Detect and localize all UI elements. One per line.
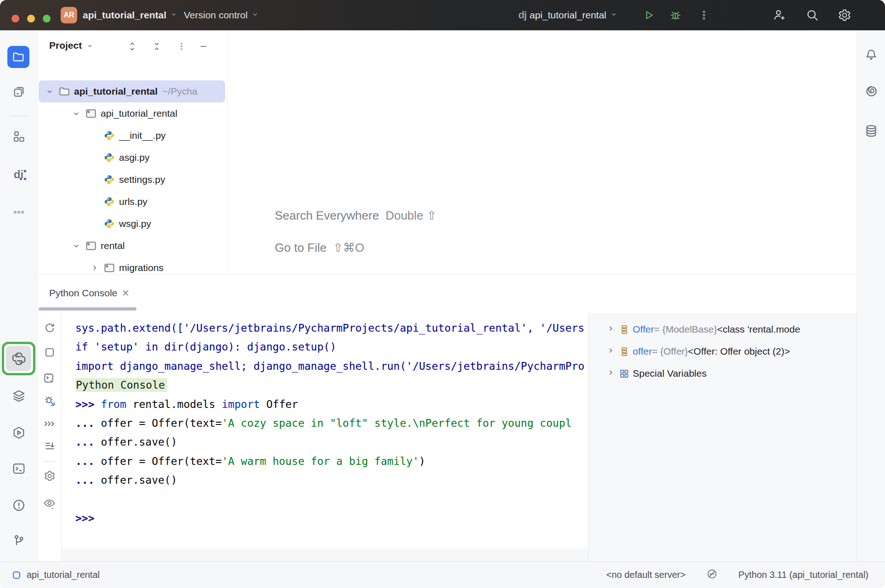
django-structure-tool-button[interactable]: di — [0, 164, 37, 185]
tree-item-label: api_tutorial_rental — [101, 108, 177, 119]
tree-item-label: urls.py — [119, 196, 148, 207]
console-line: Python Console — [75, 376, 588, 395]
tree-row[interactable]: migrations — [37, 257, 225, 274]
stop-console-button[interactable] — [37, 344, 62, 361]
version-control-tool-button[interactable] — [0, 531, 37, 551]
editor-hint-go-to-file: Go to File ⇧⌘O — [275, 241, 364, 255]
server-status-icon[interactable] — [706, 568, 718, 582]
console-output-editor[interactable]: sys.path.extend(['/Users/jetbrains/Pycha… — [62, 313, 588, 548]
tree-row[interactable]: api_tutorial_rental~/Pycha — [39, 80, 225, 102]
attach-debugger-button[interactable] — [37, 392, 62, 409]
default-server-widget[interactable]: <no default server> — [607, 570, 686, 580]
code-with-me-icon[interactable] — [770, 6, 789, 24]
project-switcher[interactable]: api_tutorial_rental — [83, 0, 178, 30]
variable-value: <Offer: Offer object (2)> — [688, 346, 790, 357]
variable-name: Special Variables — [633, 368, 707, 379]
chevron-right-icon[interactable] — [606, 368, 619, 379]
problems-tool-button[interactable] — [0, 495, 37, 515]
tree-item-label: rental — [101, 240, 125, 251]
python-console-tool-button[interactable] — [6, 346, 31, 371]
run-configuration-widget[interactable]: dj api_tutorial_rental — [518, 0, 618, 30]
project-tool-button[interactable] — [7, 46, 29, 68]
python-icon — [11, 351, 27, 367]
minimize-window-button[interactable] — [27, 15, 35, 23]
chevron-right-icon[interactable] — [606, 346, 619, 357]
rerun-console-button[interactable] — [37, 319, 62, 336]
left-tool-stripe: di — [0, 30, 37, 561]
terminal-tool-button[interactable] — [0, 458, 37, 479]
console-settings-button[interactable] — [37, 468, 62, 484]
tree-row[interactable]: __init__.py — [37, 124, 225, 147]
execute-in-console-button[interactable] — [37, 370, 62, 387]
variable-row[interactable]: offer = {Offer} <Offer: Offer object (2)… — [589, 340, 857, 362]
chevron-down-icon[interactable] — [44, 87, 56, 96]
fullscreen-window-button[interactable] — [43, 15, 51, 23]
variable-type: = {ModelBase} — [654, 324, 717, 335]
variable-row[interactable]: Offer = {ModelBase} <class 'rental.mode — [589, 318, 857, 340]
tree-item-label: api_tutorial_rental — [74, 86, 158, 97]
tree-item-path: ~/Pycha — [162, 86, 197, 97]
notifications-tool-button[interactable] — [857, 45, 885, 65]
tree-row[interactable]: rental — [37, 235, 225, 257]
close-window-button[interactable] — [11, 15, 19, 23]
structure-tool-button[interactable] — [0, 126, 37, 147]
project-panel-title-label: Project — [49, 40, 82, 51]
chevron-down-icon — [610, 10, 618, 21]
tree-row[interactable]: asgi.py — [37, 147, 225, 169]
run-services-tool-button[interactable] — [0, 423, 37, 443]
console-line: sys.path.extend(['/Users/jetbrains/Pycha… — [75, 319, 588, 338]
panel-options-menu[interactable] — [174, 39, 189, 54]
collapse-all-button[interactable] — [149, 39, 165, 54]
database-tool-button[interactable] — [857, 121, 885, 141]
show-variables-button[interactable] — [37, 495, 62, 512]
chevron-right-icon[interactable] — [606, 324, 619, 335]
editor-area[interactable]: Search Everywhere Double ⇧ Go to File ⇧⌘… — [228, 30, 857, 274]
more-tool-windows-button[interactable] — [0, 202, 37, 222]
chevron-down-icon[interactable] — [70, 241, 82, 250]
tree-row[interactable]: urls.py — [37, 191, 225, 213]
terminal-icon — [12, 462, 26, 475]
search-everywhere-icon[interactable] — [803, 6, 822, 24]
run-button[interactable] — [640, 6, 658, 24]
status-bar: api_tutorial_rental <no default server> … — [0, 561, 885, 588]
tab-python-console[interactable]: Python Console — [49, 288, 117, 299]
tree-row[interactable]: wsgi.py — [37, 213, 225, 235]
chevron-right-icon[interactable] — [89, 263, 101, 272]
right-tool-stripe — [857, 30, 885, 561]
project-avatar[interactable]: AR — [61, 7, 77, 23]
close-tab-icon[interactable]: ✕ — [122, 288, 130, 299]
ellipsis-icon — [12, 206, 25, 219]
console-bottom-strip — [62, 548, 588, 562]
ai-assistant-tool-button[interactable] — [857, 81, 885, 101]
tree-row[interactable]: api_tutorial_rental — [37, 102, 225, 124]
project-panel-title[interactable]: Project — [49, 40, 94, 51]
django-config-icon: dj — [518, 9, 527, 21]
chevron-down-icon — [170, 10, 178, 21]
hide-panel-button[interactable] — [196, 39, 211, 54]
problems-icon — [12, 498, 26, 512]
scroll-to-end-button[interactable] — [37, 438, 62, 454]
services-tool-button[interactable] — [0, 386, 37, 406]
variable-row[interactable]: Special Variables — [589, 362, 857, 384]
variable-type: = {Offer} — [652, 346, 688, 357]
variables-list: Offer = {ModelBase} <class 'rental.modeo… — [589, 313, 857, 384]
execute-code-fragment-button[interactable] — [37, 415, 62, 432]
settings-gear-icon[interactable] — [835, 6, 854, 24]
console-line: if 'setup' in dir(django): django.setup(… — [75, 338, 588, 356]
commit-tool-button[interactable] — [0, 82, 37, 102]
expand-all-button[interactable] — [125, 39, 140, 54]
project-switcher-label: api_tutorial_rental — [83, 10, 166, 21]
python-interpreter-widget[interactable]: Python 3.11 (api_tutorial_rental) — [738, 570, 868, 580]
more-actions-menu[interactable] — [695, 6, 713, 24]
status-project-name[interactable]: api_tutorial_rental — [27, 570, 100, 580]
stripe-divider — [9, 116, 28, 116]
console-line: ... offer.save() — [75, 433, 588, 452]
python-file-icon — [103, 175, 115, 185]
variable-name: Offer — [633, 324, 654, 335]
vcs-widget[interactable]: Version control — [184, 0, 259, 30]
tree-item-label: settings.py — [119, 174, 165, 185]
chevron-down-icon[interactable] — [70, 109, 82, 118]
debug-button[interactable] — [666, 6, 685, 24]
tree-row[interactable]: settings.py — [37, 169, 225, 191]
bell-icon — [864, 48, 878, 62]
